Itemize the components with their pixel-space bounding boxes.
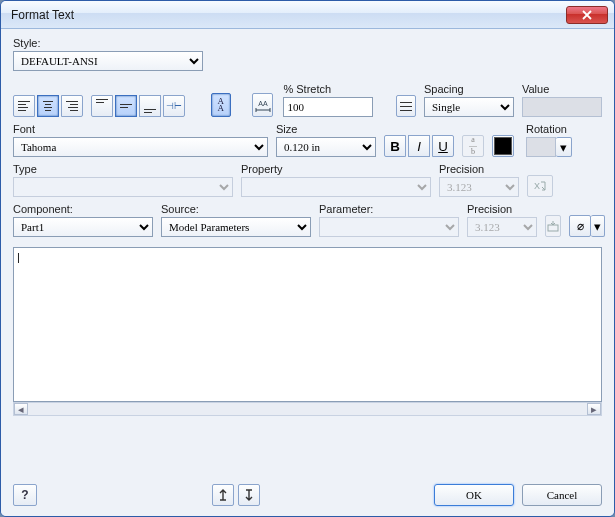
justify-horizontal-group — [13, 95, 83, 117]
stretch-input[interactable] — [283, 97, 373, 117]
rotation-label: Rotation — [526, 123, 572, 135]
svg-text:AA: AA — [258, 100, 268, 107]
help-button[interactable]: ? — [13, 484, 37, 506]
property-select — [241, 177, 431, 197]
align-top-button[interactable] — [91, 95, 113, 117]
spacing-select[interactable]: Single — [424, 97, 514, 117]
color-button[interactable] — [492, 135, 514, 157]
symbol-button[interactable]: ⌀ — [569, 215, 591, 237]
align-center-button[interactable] — [37, 95, 59, 117]
text-area[interactable]: | — [13, 247, 602, 402]
text-format-group: B I U — [384, 135, 454, 157]
precision1-select: 3.123 — [439, 177, 519, 197]
stack-fraction-button[interactable]: a—b — [462, 135, 484, 157]
color-swatch-icon — [494, 137, 512, 155]
insert-property-button: X — [527, 175, 553, 197]
text-stack-button[interactable]: AA — [211, 93, 231, 117]
align-dimension-button[interactable]: ⊣⊢ — [163, 95, 185, 117]
text-area-inner[interactable]: | — [14, 248, 602, 401]
justify-vertical-group: ⊣⊢ — [91, 95, 185, 117]
window-title: Format Text — [11, 8, 566, 22]
svg-text:X: X — [534, 181, 540, 191]
precision2-select: 3.123 — [467, 217, 537, 237]
font-label: Font — [13, 123, 268, 135]
source-select[interactable]: Model Parameters — [161, 217, 311, 237]
bold-icon: B — [390, 139, 400, 154]
type-label: Type — [13, 163, 233, 175]
dialog-content: Style: DEFAULT-ANSI ⊣⊢ — [1, 29, 614, 516]
align-middle-button[interactable] — [115, 95, 137, 117]
close-button[interactable] — [566, 6, 608, 24]
spacing-label: Spacing — [424, 83, 514, 95]
scroll-right-button[interactable]: ▸ — [587, 403, 601, 415]
underline-button[interactable]: U — [432, 135, 454, 157]
align-right-button[interactable] — [61, 95, 83, 117]
line-up-button[interactable] — [212, 484, 234, 506]
diameter-icon: ⌀ — [577, 219, 584, 233]
value-label: Value — [522, 83, 602, 95]
parameter-label: Parameter: — [319, 203, 459, 215]
line-down-button[interactable] — [238, 484, 260, 506]
property-label: Property — [241, 163, 431, 175]
rotation-display[interactable] — [526, 137, 556, 157]
line-down-icon — [244, 488, 254, 502]
underline-icon: U — [438, 139, 448, 154]
scroll-left-button[interactable]: ◂ — [14, 403, 28, 415]
line-spacing-button[interactable] — [396, 95, 416, 117]
size-select[interactable]: 0.120 in — [276, 137, 376, 157]
close-icon — [582, 10, 592, 20]
font-select[interactable]: Tahoma — [13, 137, 268, 157]
parameter-select — [319, 217, 459, 237]
dialog-window: Format Text Style: DEFAULT-ANSI — [0, 0, 615, 517]
precision1-label: Precision — [439, 163, 519, 175]
size-label: Size — [276, 123, 376, 135]
footer: ? OK Cancel — [13, 484, 602, 506]
rotation-dropdown-button[interactable]: ▾ — [556, 137, 572, 157]
align-bottom-button[interactable] — [139, 95, 161, 117]
precision2-label: Precision — [467, 203, 537, 215]
type-select — [13, 177, 233, 197]
fit-width-button[interactable]: AA — [252, 93, 274, 117]
titlebar: Format Text — [1, 1, 614, 29]
style-select[interactable]: DEFAULT-ANSI — [13, 51, 203, 71]
align-left-button[interactable] — [13, 95, 35, 117]
italic-icon: I — [417, 139, 421, 154]
insert-parameter-button — [545, 215, 561, 237]
line-up-icon — [218, 488, 228, 502]
fit-width-icon: AA — [255, 98, 271, 112]
source-label: Source: — [161, 203, 311, 215]
stretch-label: % Stretch — [283, 83, 373, 95]
style-label: Style: — [13, 37, 203, 49]
help-icon: ? — [21, 488, 28, 502]
component-select[interactable]: Part1 — [13, 217, 153, 237]
insert-parameter-icon — [546, 219, 560, 233]
insert-property-icon: X — [533, 179, 547, 193]
horizontal-scrollbar[interactable]: ◂ ▸ — [13, 402, 602, 416]
italic-button[interactable]: I — [408, 135, 430, 157]
cancel-button[interactable]: Cancel — [522, 484, 602, 506]
symbol-dropdown-button[interactable]: ▾ — [591, 215, 605, 237]
value-display — [522, 97, 602, 117]
component-label: Component: — [13, 203, 153, 215]
bold-button[interactable]: B — [384, 135, 406, 157]
ok-button[interactable]: OK — [434, 484, 514, 506]
svg-rect-2 — [548, 225, 558, 231]
